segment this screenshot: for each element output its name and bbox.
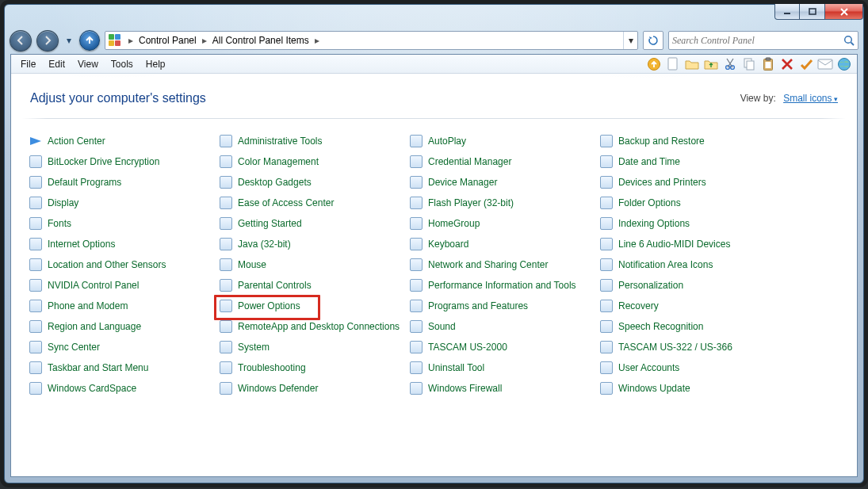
cp-item[interactable]: Sync Center [29, 339, 219, 355]
cp-item-label: Windows Firewall [428, 383, 502, 394]
cp-item[interactable]: HomeGroup [409, 216, 599, 231]
cp-item[interactable]: Windows Update [599, 380, 790, 396]
cp-item[interactable]: Devices and Printers [599, 174, 790, 190]
cp-item[interactable]: Display [29, 195, 219, 211]
cp-item[interactable]: Ease of Access Center [219, 195, 409, 211]
cp-item[interactable]: Backup and Restore [599, 133, 790, 149]
cp-item-label: Notification Area Icons [618, 259, 713, 270]
cp-item[interactable]: User Accounts [599, 360, 790, 376]
navigation-bar: ▾ ▸ Control Panel ▸ All Control Panel It… [10, 29, 858, 52]
toolbar-page-icon[interactable] [663, 56, 683, 72]
cp-item[interactable]: AutoPlay [409, 133, 599, 149]
cp-item-label: Mouse [238, 259, 266, 270]
cp-item[interactable]: Sound [409, 319, 599, 334]
cp-item[interactable]: Notification Area Icons [599, 257, 790, 273]
cp-item[interactable]: Phone and Modem [29, 298, 219, 314]
cp-item-icon [29, 155, 43, 169]
toolbar-folder-icon[interactable] [683, 56, 702, 72]
menu-file[interactable]: File [14, 57, 42, 71]
cp-item-label: Desktop Gadgets [238, 177, 312, 188]
nav-forward-button[interactable] [36, 30, 59, 52]
cp-item[interactable]: Default Programs [29, 174, 219, 190]
cp-item[interactable]: Administrative Tools [219, 133, 409, 149]
breadcrumb-segment[interactable]: Control Panel [137, 35, 198, 46]
nav-up-button[interactable] [79, 30, 100, 51]
toolbar-globe-icon[interactable] [835, 56, 854, 72]
cp-item[interactable]: Taskbar and Start Menu [29, 360, 219, 376]
minimize-button[interactable] [774, 4, 800, 20]
cp-item[interactable]: Windows CardSpace [29, 380, 219, 396]
cp-item[interactable]: NVIDIA Control Panel [29, 277, 219, 293]
nav-history-dropdown[interactable]: ▾ [63, 32, 75, 48]
cp-item[interactable]: Getting Started [219, 216, 409, 231]
cp-item[interactable]: TASCAM US-2000 [409, 339, 599, 355]
toolbar-cut-icon[interactable] [721, 56, 740, 72]
menu-view[interactable]: View [71, 57, 105, 71]
cp-item-label: Folder Options [618, 197, 681, 208]
cp-item[interactable]: Desktop Gadgets [219, 174, 409, 190]
refresh-button[interactable] [643, 31, 663, 50]
cp-item[interactable]: Windows Firewall [409, 380, 599, 396]
toolbar-check-icon[interactable] [797, 56, 816, 72]
address-breadcrumb[interactable]: ▸ Control Panel ▸ All Control Panel Item… [105, 31, 638, 50]
toolbar-copy-icon[interactable] [740, 56, 759, 72]
cp-item[interactable]: Folder Options [599, 195, 790, 211]
nav-back-button[interactable] [10, 30, 32, 52]
maximize-button[interactable] [800, 4, 825, 20]
cp-item[interactable]: Java (32-bit) [219, 236, 409, 252]
cp-item-label: Line 6 Audio-MIDI Devices [618, 239, 730, 250]
toolbar-delete-icon[interactable] [778, 56, 797, 72]
cp-item[interactable]: TASCAM US-322 / US-366 [599, 339, 790, 355]
cp-item[interactable]: Programs and Features [409, 298, 599, 314]
cp-item[interactable]: Credential Manager [409, 154, 599, 170]
cp-item-icon [409, 340, 423, 354]
breadcrumb-segment[interactable]: All Control Panel Items [211, 35, 311, 46]
menu-tools[interactable]: Tools [105, 57, 140, 71]
svg-point-14 [839, 58, 851, 70]
cp-item[interactable]: Uninstall Tool [409, 360, 599, 376]
cp-item[interactable]: Region and Language [29, 319, 219, 334]
cp-item[interactable]: Indexing Options [599, 216, 790, 231]
menu-help[interactable]: Help [140, 57, 172, 71]
close-button[interactable] [825, 4, 863, 20]
toolbar-folder-up-icon[interactable] [702, 56, 721, 72]
toolbar-paste-icon[interactable] [759, 56, 778, 72]
cp-item[interactable]: Personalization [599, 277, 790, 293]
cp-item[interactable]: Parental Controls [219, 277, 409, 293]
cp-item[interactable]: Action Center [29, 133, 219, 149]
cp-item[interactable]: Recovery [599, 298, 790, 314]
view-by-dropdown[interactable]: Small icons [783, 93, 838, 104]
cp-item[interactable]: System [219, 339, 409, 355]
cp-item[interactable]: Troubleshooting [219, 360, 409, 376]
cp-item-icon [219, 237, 233, 251]
cp-item[interactable]: Speech Recognition [599, 319, 790, 334]
cp-item[interactable]: Flash Player (32-bit) [409, 195, 599, 211]
menu-edit[interactable]: Edit [42, 57, 71, 71]
toolbar-mail-icon[interactable] [816, 56, 835, 72]
cp-item[interactable]: Line 6 Audio-MIDI Devices [599, 236, 790, 252]
cp-item[interactable]: BitLocker Drive Encryption [29, 154, 219, 170]
cp-item[interactable]: Fonts [29, 216, 219, 231]
cp-item-label: Java (32-bit) [238, 239, 291, 250]
cp-item[interactable]: RemoteApp and Desktop Connections [219, 319, 409, 334]
cp-item[interactable]: Date and Time [599, 154, 790, 170]
cp-item[interactable]: Power Options [219, 298, 409, 314]
cp-item[interactable]: Performance Information and Tools [409, 277, 599, 293]
cp-item[interactable]: Windows Defender [219, 380, 409, 396]
cp-item-icon [409, 258, 423, 272]
cp-item[interactable]: Keyboard [409, 236, 599, 252]
address-dropdown[interactable]: ▾ [623, 32, 637, 49]
cp-item-label: Ease of Access Center [238, 197, 334, 208]
cp-item-icon [409, 155, 423, 169]
cp-item[interactable]: Network and Sharing Center [409, 257, 599, 273]
cp-item[interactable]: Location and Other Sensors [29, 257, 219, 273]
cp-item-label: Region and Language [48, 321, 141, 332]
search-input[interactable] [669, 35, 840, 47]
search-box[interactable] [668, 31, 858, 50]
cp-item[interactable]: Color Management [219, 154, 409, 170]
search-icon[interactable] [840, 34, 858, 47]
cp-item[interactable]: Mouse [219, 257, 409, 273]
toolbar-upload-icon[interactable] [644, 56, 663, 72]
cp-item[interactable]: Device Manager [409, 174, 599, 190]
cp-item[interactable]: Internet Options [29, 236, 219, 252]
